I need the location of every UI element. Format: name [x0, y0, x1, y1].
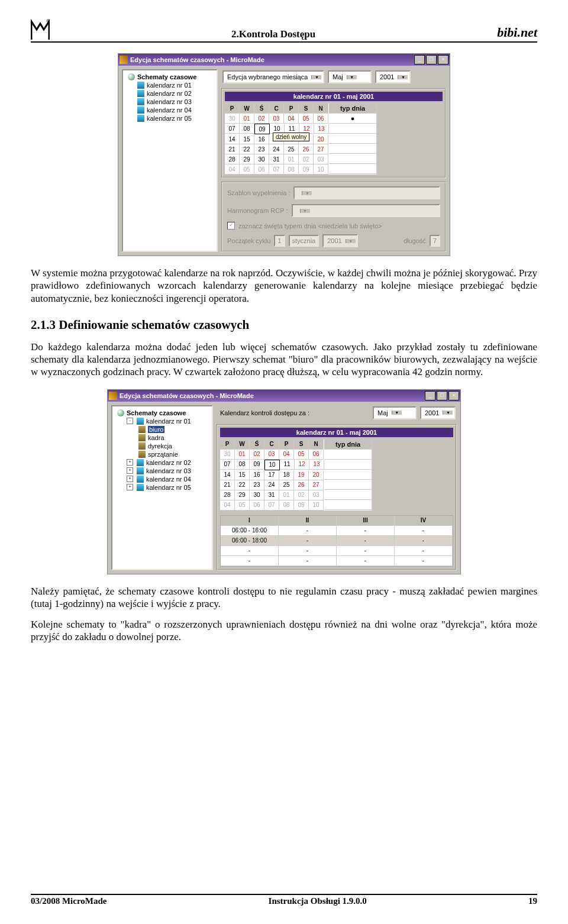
month-combo[interactable]: Maj▼	[373, 406, 417, 419]
globe-icon	[128, 73, 135, 80]
page-header: ® 2.Kontrola Dostępu bibi.net	[31, 18, 537, 43]
daytype-column: typ dnia	[324, 440, 372, 511]
szablon-label: Szablon wypełnienia :	[227, 189, 290, 196]
calendar-icon	[137, 484, 144, 491]
tree-item[interactable]: kalendarz nr 01	[125, 81, 214, 89]
cycle-day: 1	[274, 235, 285, 247]
collapse-icon[interactable]: -	[127, 418, 133, 424]
cycle-month: stycznia	[289, 235, 320, 247]
calendar-icon	[137, 476, 144, 483]
calendar-panel: kalendarz nr 01 - maj 2001 PWŚCPSN300102…	[217, 424, 457, 570]
chevron-down-icon: ▼	[347, 75, 357, 79]
expand-icon[interactable]: +	[127, 467, 133, 474]
tree-item[interactable]: kalendarz nr 05	[125, 114, 214, 122]
tree-item[interactable]: kalendarz nr 02	[125, 89, 214, 98]
minimize-button[interactable]: _	[425, 391, 435, 400]
mode-combo[interactable]: Edycja wybranego miesiąca▼	[222, 70, 324, 83]
length-value: 7	[430, 235, 440, 247]
window-title: Edycja schematów czasowych - MicroMade	[120, 392, 425, 399]
calendar-icon	[137, 98, 144, 105]
page-footer: 03/2008 MicroMade Instrukcja Obsługi 1.9…	[31, 894, 537, 906]
holidays-checkbox: ✓	[227, 222, 235, 230]
calendar-grid[interactable]: PWŚCPSN300102030405060708091011121314151…	[220, 440, 324, 511]
screenshot-2: Edycja schematów czasowych - MicroMade _…	[107, 389, 461, 574]
tree-root[interactable]: Schematy czasowe	[115, 409, 209, 417]
tree-item[interactable]: -kalendarz nr 01	[115, 417, 209, 425]
app-icon	[120, 56, 128, 64]
tree-subitem[interactable]: kadra	[115, 434, 209, 442]
app-icon	[109, 392, 117, 400]
tree-item[interactable]: +kalendarz nr 02	[115, 458, 209, 467]
length-label: długość	[404, 237, 426, 244]
tree-item[interactable]: kalendarz nr 04	[125, 106, 214, 114]
year-combo[interactable]: 2001▼	[420, 406, 456, 419]
options-panel: Szablon wypełnienia :▼ Harmonogram RCP :…	[221, 182, 446, 252]
calendar-title: kalendarz nr 01 - maj 2001	[220, 428, 453, 437]
month-combo[interactable]: Maj▼	[328, 70, 372, 83]
window-title: Edycja schematów czasowych - MicroMade	[130, 56, 414, 63]
tree-item[interactable]: +kalendarz nr 04	[115, 475, 209, 483]
expand-icon[interactable]: +	[127, 459, 133, 466]
header-title: 2.Kontrola Dostępu	[50, 28, 497, 40]
year-combo[interactable]: 2001▼	[375, 70, 411, 83]
tree-panel: Schematy czasowe kalendarz nr 01kalendar…	[122, 69, 218, 252]
calendar-icon	[137, 467, 144, 474]
daytype-column: typ dnia	[329, 104, 376, 175]
timeslot-table[interactable]: IIIIIIIV 06:00 - 16:00--- 06:00 - 18:00-…	[220, 515, 453, 567]
tree-subitem[interactable]: dyrekcja	[115, 442, 209, 450]
tree-subitem[interactable]: biuro	[115, 425, 209, 434]
calendar-icon	[137, 90, 144, 97]
schema-icon	[138, 434, 146, 441]
header-brand: bibi.net	[497, 25, 537, 40]
holidays-label: zaznacz święta typem dnia <niedziela lub…	[238, 222, 382, 230]
cycle-year: 2001▼	[322, 234, 358, 247]
calendar-icon	[137, 106, 144, 114]
cycle-start-label: Początek cyklu	[227, 237, 270, 244]
close-button[interactable]: ×	[438, 55, 448, 64]
szablon-combo: ▼	[293, 186, 440, 199]
footer-right: 19	[528, 896, 537, 906]
harmonogram-label: Harmonogram RCP :	[227, 207, 288, 214]
calendar-icon	[137, 82, 144, 89]
tree-subitem[interactable]: sprzątanie	[115, 450, 209, 458]
expand-icon[interactable]: +	[127, 484, 133, 490]
footer-left: 03/2008 MicroMade	[31, 896, 106, 906]
paragraph-2: Do każdego kalendarza można dodać jeden …	[31, 341, 537, 379]
paragraph-4: Kolejne schematy to "kadra" o rozszerzon…	[31, 618, 537, 644]
schema-icon	[138, 442, 146, 450]
tree-root[interactable]: Schematy czasowe	[125, 73, 214, 81]
maximize-button[interactable]: □	[437, 391, 447, 400]
chevron-down-icon: ▼	[311, 75, 321, 79]
logo-icon: ®	[31, 18, 50, 40]
paragraph-3: Należy pamiętać, że schematy czasowe kon…	[31, 585, 537, 610]
window-titlebar: Edycja schematów czasowych - MicroMade _…	[108, 390, 460, 402]
schema-icon	[138, 451, 146, 458]
tree-item[interactable]: kalendarz nr 03	[125, 98, 214, 106]
calendar-title: kalendarz nr 01 - maj 2001	[225, 92, 443, 101]
mode-label: Kalendarz kontroli dostępu za :	[218, 409, 309, 416]
footer-center: Instrukcja Obsługi 1.9.0.0	[269, 896, 367, 906]
paragraph-1: W systemie można przygotować kalendarze …	[31, 267, 537, 305]
tree-item[interactable]: +kalendarz nr 05	[115, 483, 209, 492]
chevron-down-icon: ▼	[398, 75, 408, 79]
harmonogram-combo: ▼	[292, 204, 441, 217]
calendar-icon	[137, 459, 144, 466]
tree-item[interactable]: +kalendarz nr 03	[115, 467, 209, 475]
calendar-icon	[137, 418, 144, 425]
window-titlebar: Edycja schematów czasowych - MicroMade _…	[118, 54, 450, 66]
section-heading: 2.1.3 Definiowanie schematów czasowych	[31, 318, 537, 332]
close-button[interactable]: ×	[448, 391, 459, 400]
maximize-button[interactable]: □	[426, 55, 437, 64]
calendar-panel: kalendarz nr 01 - maj 2001 PWŚCPSN300102…	[221, 88, 446, 178]
schema-icon	[138, 426, 146, 433]
screenshot-1: Edycja schematów czasowych - MicroMade _…	[118, 53, 450, 256]
expand-icon[interactable]: +	[127, 476, 133, 482]
svg-text:®: ®	[46, 18, 50, 24]
chevron-down-icon: ▼	[392, 411, 402, 415]
globe-icon	[117, 409, 124, 416]
chevron-down-icon: ▼	[443, 411, 453, 415]
minimize-button[interactable]: _	[414, 55, 425, 64]
tree-panel: Schematy czasowe -kalendarz nr 01 biurok…	[111, 405, 213, 570]
calendar-grid[interactable]: PWŚCPSN30010203040506070809dzień wolny10…	[225, 104, 329, 175]
calendar-icon	[137, 115, 144, 122]
